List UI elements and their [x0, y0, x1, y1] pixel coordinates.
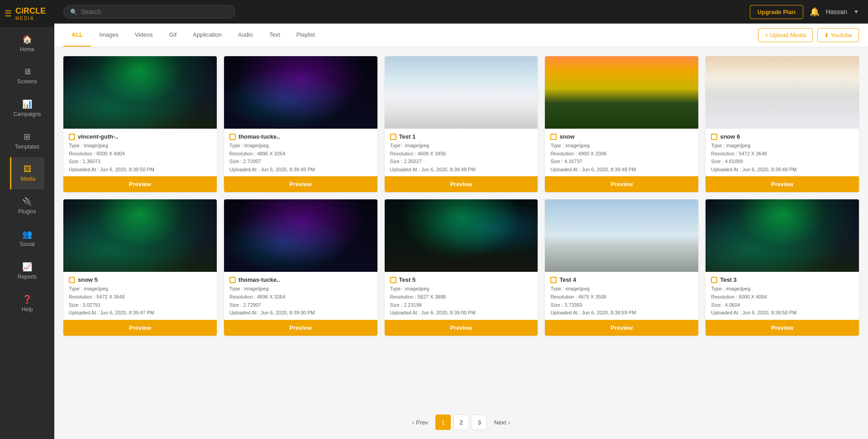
sidebar-label-templates: Templates	[15, 144, 40, 150]
media-size: Size : 3.02791	[69, 301, 211, 309]
upload-media-button[interactable]: + Upload Media	[758, 28, 813, 42]
sidebar-item-social[interactable]: 👥 Social	[10, 222, 45, 255]
media-card-info: Test 5 Type : image/jpeg Resolution : 58…	[385, 272, 538, 319]
search-box[interactable]: 🔍	[63, 5, 235, 19]
preview-button[interactable]: Preview	[385, 176, 538, 192]
media-thumbnail	[706, 199, 859, 272]
next-button[interactable]: Next ›	[491, 419, 514, 426]
filter-tab-playlist[interactable]: Playlist	[288, 24, 323, 47]
media-card-info: Test 4 Type : image/jpeg Resolution : 46…	[545, 272, 698, 319]
preview-button[interactable]: Preview	[224, 176, 377, 192]
pagination: ‹ Prev 123 Next ›	[54, 405, 868, 439]
media-type: Type : image/jpeg	[550, 285, 693, 293]
media-uploaded: Uploaded At : Jun 6, 2020, 8:39:47 PM	[69, 309, 211, 317]
preview-button[interactable]: Preview	[545, 176, 698, 192]
sidebar: ☰ CiRCLE MEDIA 🏠 Home 🖥 Screens 📊 Campai…	[0, 0, 54, 439]
sidebar-item-campaigns[interactable]: 📊 Campaigns	[10, 92, 45, 125]
sidebar-item-reports[interactable]: 📈 Reports	[10, 255, 45, 287]
sidebar-item-templates[interactable]: ⊞ Templates	[10, 125, 45, 157]
media-checkbox[interactable]	[550, 134, 557, 140]
media-card-info: thomas-tucke.. Type : image/jpeg Resolut…	[224, 272, 377, 319]
filter-tab-gif[interactable]: Gif	[161, 24, 185, 47]
media-checkbox[interactable]	[229, 277, 236, 283]
media-checkbox[interactable]	[711, 277, 717, 283]
next-label[interactable]: Next	[494, 419, 506, 426]
sidebar-item-plugins[interactable]: 🔌 Plugins	[10, 189, 45, 222]
sidebar-header[interactable]: ☰ CiRCLE MEDIA	[0, 0, 54, 27]
media-checkbox[interactable]	[390, 134, 396, 140]
media-thumbnail	[224, 199, 377, 272]
filter-tab-all[interactable]: ALL	[63, 24, 91, 47]
media-title: snow	[559, 133, 574, 140]
preview-button[interactable]: Preview	[706, 320, 859, 336]
preview-button[interactable]: Preview	[385, 320, 538, 336]
sidebar-item-help[interactable]: ❓ Help	[10, 287, 45, 320]
filter-tab-application[interactable]: Application	[185, 24, 230, 47]
media-checkbox[interactable]	[229, 134, 236, 140]
media-card-info: snow 5 Type : image/jpeg Resolution : 54…	[63, 272, 217, 319]
media-card: snow 6 Type : image/jpeg Resolution : 54…	[706, 56, 859, 192]
preview-button[interactable]: Preview	[545, 320, 698, 336]
hamburger-icon[interactable]: ☰	[5, 9, 12, 19]
sidebar-label-reports: Reports	[18, 274, 37, 280]
media-thumbnail	[706, 56, 859, 129]
sidebar-item-media[interactable]: 🖼 Media	[10, 157, 45, 189]
filter-tab-text[interactable]: Text	[261, 24, 288, 47]
media-uploaded: Uploaded At : Jun 6, 2020, 8:39:00 PM	[229, 309, 372, 317]
main-content: 🔍 Upgrade Plan 🔔 Hassan ▼ ALLImagesVideo…	[54, 0, 868, 439]
chevron-down-icon[interactable]: ▼	[854, 9, 859, 15]
media-checkbox[interactable]	[711, 134, 717, 140]
media-type: Type : image/jpeg	[390, 285, 533, 293]
page-button-3[interactable]: 3	[472, 415, 487, 430]
media-card: Test 4 Type : image/jpeg Resolution : 46…	[545, 199, 698, 335]
sidebar-label-social: Social	[20, 241, 35, 247]
sidebar-item-screens[interactable]: 🖥 Screens	[10, 60, 45, 92]
preview-button[interactable]: Preview	[63, 176, 217, 192]
media-uploaded: Uploaded At : Jun 6, 2020, 8:39:50 PM	[69, 166, 211, 174]
media-uploaded: Uploaded At : Jun 6, 2020, 8:39:48 PM	[550, 166, 693, 174]
filter-tab-images[interactable]: Images	[91, 24, 127, 47]
filter-tab-videos[interactable]: Videos	[127, 24, 161, 47]
youtube-button[interactable]: ⬇ Youtube	[817, 28, 859, 42]
media-resolution: Resolution : 4900 X 3306	[550, 150, 693, 158]
prev-label[interactable]: Prev	[416, 419, 428, 426]
media-size: Size : 4.61099	[711, 158, 854, 166]
media-size: Size : 2.35027	[390, 158, 533, 166]
preview-button[interactable]: Preview	[224, 320, 377, 336]
media-size: Size : 4.0604	[711, 301, 854, 309]
media-card: Test 3 Type : image/jpeg Resolution : 60…	[706, 199, 859, 335]
media-meta: Type : image/jpeg Resolution : 6000 X 40…	[711, 285, 854, 319]
bell-icon[interactable]: 🔔	[810, 7, 820, 17]
media-size: Size : 2.72907	[229, 158, 372, 166]
media-thumbnail	[385, 56, 538, 129]
media-type: Type : image/jpeg	[550, 142, 693, 150]
upgrade-button[interactable]: Upgrade Plan	[750, 5, 803, 19]
media-checkbox[interactable]	[69, 134, 75, 140]
media-card: vincent-guth-.. Type : image/jpeg Resolu…	[63, 56, 217, 192]
preview-button[interactable]: Preview	[63, 320, 217, 336]
media-resolution: Resolution : 4675 X 3506	[550, 293, 693, 301]
media-size: Size : 3.73383	[550, 301, 693, 309]
media-resolution: Resolution : 5827 X 3888	[390, 293, 533, 301]
search-input[interactable]	[81, 8, 229, 15]
media-uploaded: Uploaded At : Jun 6, 2020, 8:39:48 PM	[390, 166, 533, 174]
media-checkbox[interactable]	[390, 277, 396, 283]
logo-text: CiRCLE	[15, 6, 46, 15]
media-uploaded: Uploaded At : Jun 6, 2020, 8:39:00 PM	[390, 309, 533, 317]
page-button-2[interactable]: 2	[453, 415, 469, 430]
filter-actions: + Upload Media ⬇ Youtube	[758, 28, 859, 42]
sidebar-item-home[interactable]: 🏠 Home	[10, 27, 45, 60]
preview-button[interactable]: Preview	[706, 176, 859, 192]
media-size: Size : 2.72907	[229, 301, 372, 309]
media-checkbox[interactable]	[69, 277, 75, 283]
page-button-1[interactable]: 1	[435, 415, 451, 430]
media-resolution: Resolution : 4896 X 3264	[229, 150, 372, 158]
media-grid-container: vincent-guth-.. Type : image/jpeg Resolu…	[54, 47, 868, 405]
media-resolution: Resolution : 5472 X 3648	[69, 293, 211, 301]
media-card: thomas-tucke.. Type : image/jpeg Resolut…	[224, 199, 377, 335]
media-checkbox[interactable]	[550, 277, 557, 283]
media-card: snow 5 Type : image/jpeg Resolution : 54…	[63, 199, 217, 335]
prev-button[interactable]: ‹ Prev	[409, 419, 432, 426]
media-grid: vincent-guth-.. Type : image/jpeg Resolu…	[63, 56, 859, 336]
filter-tab-audio[interactable]: Audio	[230, 24, 261, 47]
